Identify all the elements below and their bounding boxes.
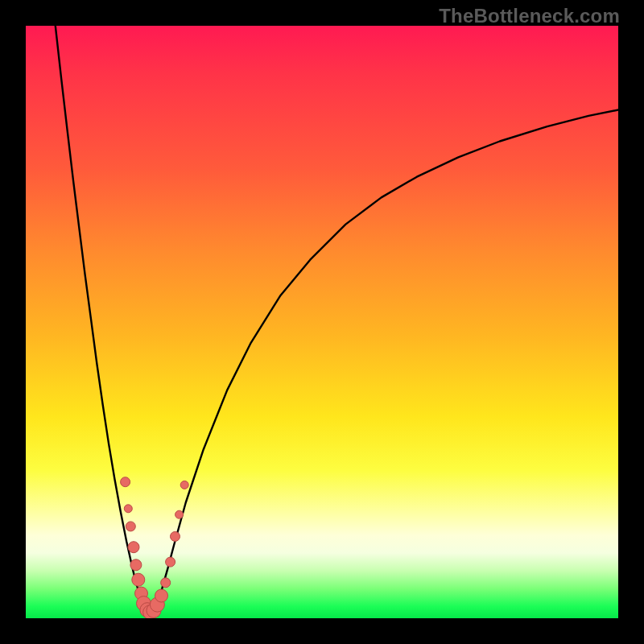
- scatter-point: [180, 481, 188, 489]
- scatter-point: [130, 559, 142, 571]
- scatter-point: [132, 573, 145, 586]
- scatter-point: [171, 531, 180, 541]
- scatter-point: [121, 477, 130, 487]
- scatter-point: [175, 510, 184, 518]
- watermark-text: TheBottleneck.com: [439, 5, 620, 27]
- scatter-point: [155, 589, 168, 602]
- scatter-point: [124, 505, 132, 513]
- plot-area: [26, 26, 618, 618]
- scatter-points-group: [121, 477, 189, 618]
- scatter-point: [126, 522, 135, 531]
- bottleneck-curve: [56, 26, 618, 613]
- chart-frame: TheBottleneck.com: [0, 0, 644, 644]
- scatter-point: [166, 557, 175, 567]
- scatter-point: [161, 578, 171, 588]
- chart-svg: [26, 26, 618, 618]
- scatter-point: [128, 542, 139, 553]
